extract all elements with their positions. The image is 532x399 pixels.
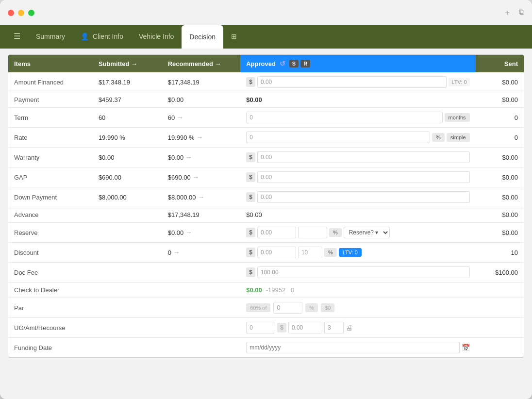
discount-num-input[interactable] xyxy=(298,247,322,258)
approved-discount: $ % LTV: 0 xyxy=(240,243,475,263)
dollar-badge-reserve: $ xyxy=(246,228,255,237)
sent-warranty: $0.00 xyxy=(476,148,524,167)
discount-pct-badge: % xyxy=(324,248,337,257)
menu-icon: ☰ xyxy=(14,32,20,41)
maximize-button[interactable] xyxy=(28,10,34,16)
approved-term: months xyxy=(240,108,475,128)
sent-term: 0 xyxy=(476,108,524,128)
table-row: GAP $690.00 $690.00 → $ $0.00 xyxy=(8,167,524,187)
label-warranty: Warranty xyxy=(8,148,93,167)
recommended-amount-financed: $17,348.19 xyxy=(162,72,240,92)
ug-dollar-badge: $ xyxy=(277,323,286,332)
approved-payment-value: $0.00 xyxy=(246,96,262,103)
rate-input[interactable] xyxy=(246,132,430,143)
reserve-pct-input[interactable] xyxy=(298,227,327,238)
recommended-discount: 0 → xyxy=(162,243,240,263)
months-badge: months xyxy=(445,113,470,122)
sent-doc-fee: $100.00 xyxy=(476,263,524,283)
tab-windows[interactable]: ⊞ xyxy=(223,25,245,49)
dollar-badge-doc: $ xyxy=(246,267,255,277)
tab-summary[interactable]: Summary xyxy=(28,25,73,49)
sent-funding xyxy=(476,338,524,358)
recommended-down-payment: $8,000.00 → xyxy=(162,187,240,207)
submitted-check-dealer xyxy=(93,283,162,298)
table-row: Warranty $0.00 $0.00 → $ $0.00 xyxy=(8,148,524,167)
tab-client-info-label: Client Info xyxy=(93,33,123,40)
recommended-reserve: $0.00 → xyxy=(162,223,240,243)
table-row: Par 60% of % $0 xyxy=(8,298,524,318)
sent-rate: 0 xyxy=(476,128,524,148)
approved-funding: 📅 xyxy=(240,338,475,358)
gap-input[interactable] xyxy=(257,171,470,183)
sr-badges: S R xyxy=(289,60,310,67)
print-icon[interactable]: 🖨 xyxy=(346,324,352,332)
col-items: Items xyxy=(8,55,93,72)
recommended-rate: 19.990 % → xyxy=(162,128,240,148)
pct-badge: % xyxy=(432,133,445,142)
approved-doc-fee: $ xyxy=(240,263,475,283)
discount-dollar-input[interactable] xyxy=(257,247,296,258)
ug-val3-input[interactable] xyxy=(324,322,344,333)
s-badge: S xyxy=(289,60,299,67)
reserve-dollar-input[interactable] xyxy=(257,227,296,238)
client-info-icon: 👤 xyxy=(81,33,89,40)
tab-summary-label: Summary xyxy=(36,33,65,40)
recommended-par xyxy=(162,298,240,318)
history-icon[interactable]: ↺ xyxy=(280,60,285,67)
warranty-input[interactable] xyxy=(257,151,470,163)
window-icon[interactable]: ⧉ xyxy=(519,8,524,18)
approved-rate: % simple xyxy=(240,128,475,148)
label-discount: Discount xyxy=(8,243,93,263)
window-actions: ＋ ⧉ xyxy=(503,8,524,18)
recommended-advance: $17,348.19 xyxy=(162,207,240,223)
label-term: Term xyxy=(8,108,93,128)
sidebar-item-menu[interactable]: ☰ xyxy=(6,25,28,49)
table-row: Doc Fee $ $100.00 xyxy=(8,263,524,283)
content-area: Items Submitted → Recommended → Approved… xyxy=(0,49,532,399)
reserve-dropdown[interactable]: Reserve? ▾ xyxy=(344,227,390,238)
dollar-badge-discount: $ xyxy=(246,248,255,257)
tab-decision-label: Decision xyxy=(189,33,216,41)
recommended-warranty: $0.00 → xyxy=(162,148,240,167)
par-value-input[interactable] xyxy=(273,302,302,314)
submitted-term: 60 xyxy=(93,108,162,128)
tab-client-info[interactable]: 👤 Client Info xyxy=(73,25,131,49)
minimize-button[interactable] xyxy=(18,10,24,16)
down-payment-input[interactable] xyxy=(257,191,470,203)
submitted-doc-fee xyxy=(93,263,162,283)
funding-date-input[interactable] xyxy=(246,342,459,353)
nav-bar: ☰ Summary 👤 Client Info Vehicle Info Dec… xyxy=(0,25,532,49)
tab-vehicle-info[interactable]: Vehicle Info xyxy=(131,25,182,49)
simple-badge: simple xyxy=(447,133,470,142)
col-submitted: Submitted → xyxy=(93,55,162,72)
submitted-rate: 19.990 % xyxy=(93,128,162,148)
label-rate: Rate xyxy=(8,128,93,148)
recommended-term: 60 → xyxy=(162,108,240,128)
dollar-badge-warranty: $ xyxy=(246,152,255,162)
ug-val1-input[interactable] xyxy=(246,322,275,333)
close-button[interactable] xyxy=(8,10,14,16)
col-approved: Approved ↺ S R xyxy=(240,55,475,72)
table-row: Payment $459.37 $0.00 $0.00 $0.00 xyxy=(8,92,524,108)
recommended-funding xyxy=(162,338,240,358)
doc-fee-input[interactable] xyxy=(257,266,470,278)
approved-par: 60% of % $0 xyxy=(240,298,475,318)
windows-icon: ⊞ xyxy=(231,33,237,40)
amount-financed-input[interactable] xyxy=(257,76,447,88)
ug-val2-input[interactable] xyxy=(288,322,322,333)
submitted-advance xyxy=(93,207,162,223)
tab-decision[interactable]: Decision xyxy=(182,25,223,49)
table-row: Discount 0 → $ % LTV: 0 1 xyxy=(8,243,524,263)
table-row: Rate 19.990 % 19.990 % → % simple 0 xyxy=(8,128,524,148)
label-amount-financed: Amount Financed xyxy=(8,72,93,92)
add-tab-button[interactable]: ＋ xyxy=(503,8,511,18)
label-doc-fee: Doc Fee xyxy=(8,263,93,283)
submitted-payment: $459.37 xyxy=(93,92,162,108)
sent-advance: $0.00 xyxy=(476,207,524,223)
col-recommended: Recommended → xyxy=(162,55,240,72)
calendar-icon[interactable]: 📅 xyxy=(462,344,470,351)
submitted-gap: $690.00 xyxy=(93,167,162,187)
term-input[interactable] xyxy=(246,112,442,123)
col-sent: Sent xyxy=(476,55,524,72)
discount-ltv-badge: LTV: 0 xyxy=(339,248,362,257)
